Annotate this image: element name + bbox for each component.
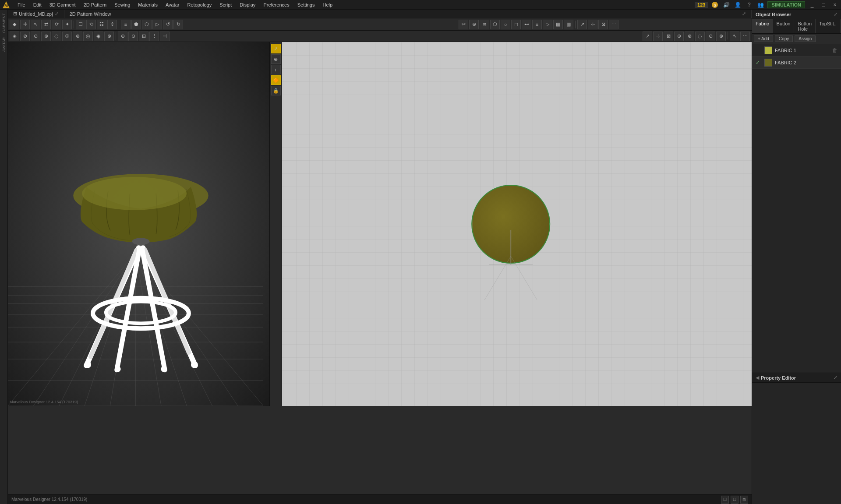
fabric-item-1[interactable]: ✓ FABRIC 1 🗑: [752, 44, 841, 56]
tool-2d-color[interactable]: 🔶: [271, 75, 281, 85]
tool2-1[interactable]: ◈: [10, 32, 19, 41]
tool-transform[interactable]: ⇄: [41, 20, 51, 29]
tool-2d-2[interactable]: ⊕: [469, 20, 479, 29]
tool-2d-5[interactable]: ○: [501, 20, 510, 29]
tool-rotate[interactable]: ⟳: [52, 20, 61, 29]
viewport-2d[interactable]: ↗ ⊕ i 🔶 🔒: [270, 42, 752, 406]
menu-help[interactable]: Help: [319, 1, 336, 8]
tool2d2-4[interactable]: ⊕: [674, 32, 684, 41]
window-minimize[interactable]: _: [808, 0, 816, 9]
status-icon-1[interactable]: ☐: [721, 496, 729, 504]
viewport-2d-expand[interactable]: ⤢: [742, 11, 746, 17]
menu-preferences[interactable]: Preferences: [260, 1, 293, 8]
status-icon-2[interactable]: ☐: [731, 496, 739, 504]
tool2-9[interactable]: ◉: [94, 32, 103, 41]
community-icon[interactable]: 👥: [756, 0, 765, 9]
fabric-1-delete[interactable]: 🗑: [832, 47, 837, 53]
tool2d2-10[interactable]: ⋯: [740, 32, 750, 41]
tool-2d-select[interactable]: ↗: [271, 44, 281, 53]
tool-rect[interactable]: ☐: [76, 20, 85, 29]
tool-pin[interactable]: ✦: [62, 20, 72, 29]
menu-materials[interactable]: Materials: [134, 1, 161, 8]
tool-2d-4[interactable]: ⬡: [490, 20, 500, 29]
tool-brush[interactable]: ⟲: [86, 20, 96, 29]
menu-edit[interactable]: Edit: [30, 1, 45, 8]
menu-3dgarment[interactable]: 3D Garment: [46, 1, 79, 8]
menu-sewing[interactable]: Sewing: [111, 1, 134, 8]
tool-resize[interactable]: ⇕: [107, 20, 117, 29]
tool2-13[interactable]: ⊞: [139, 32, 148, 41]
tool2-14[interactable]: ⋮: [149, 32, 159, 41]
tool2-4[interactable]: ⊚: [41, 32, 51, 41]
menu-2dpattern[interactable]: 2D Pattern: [80, 1, 110, 8]
tool-add[interactable]: ✛: [20, 20, 30, 29]
tool2-12[interactable]: ⊖: [128, 32, 138, 41]
copy-button[interactable]: Copy: [775, 35, 793, 42]
fabric-item-2[interactable]: ✓ FABRIC 2: [752, 56, 841, 69]
window-close[interactable]: ×: [830, 0, 839, 9]
property-editor-expand[interactable]: ⤢: [834, 375, 837, 381]
tool2-7[interactable]: ⊛: [73, 32, 82, 41]
volume-icon[interactable]: 🔊: [722, 0, 731, 9]
tool-undo[interactable]: ↺: [163, 20, 173, 29]
tool-sim1[interactable]: ≡: [121, 20, 131, 29]
help-icon[interactable]: ?: [745, 0, 753, 9]
tool2-6[interactable]: ⦾: [62, 32, 72, 41]
tool2d2-9[interactable]: ↖: [730, 32, 739, 41]
menu-retopology[interactable]: Retopology: [184, 1, 216, 8]
tool-2d-10[interactable]: ▦: [553, 20, 563, 29]
menu-settings[interactable]: Settings: [294, 1, 318, 8]
property-editor-collapse[interactable]: ◀: [756, 375, 759, 381]
menu-avatar[interactable]: Avatar: [162, 1, 183, 8]
window-maximize[interactable]: □: [819, 0, 828, 9]
tool2-2[interactable]: ⊘: [20, 32, 30, 41]
tab-button[interactable]: Button: [773, 19, 795, 33]
tool2-15[interactable]: ⊣: [160, 32, 170, 41]
status-icon-3[interactable]: ⊞: [740, 496, 748, 504]
tool-2d-13[interactable]: ⊹: [588, 20, 597, 29]
tool-2d-7[interactable]: ⊷: [522, 20, 531, 29]
menu-file[interactable]: File: [14, 1, 29, 8]
tool-2d-1[interactable]: ✂: [459, 20, 468, 29]
tool-select[interactable]: ◆: [10, 20, 19, 29]
user-icon[interactable]: 👤: [733, 0, 742, 9]
tool-2d-11[interactable]: ▥: [564, 20, 573, 29]
tool2d2-6[interactable]: ◌: [695, 32, 705, 41]
tab-buttonhole[interactable]: Button Hole: [794, 19, 816, 33]
tool2-3[interactable]: ⊙: [31, 32, 40, 41]
tab-fabric[interactable]: Fabric: [752, 19, 773, 33]
tool-2d-8[interactable]: ≡: [532, 20, 542, 29]
tab-topstitch[interactable]: TopStit..: [816, 19, 841, 33]
tool-2d-14[interactable]: ⊠: [598, 20, 608, 29]
tool-2d-15[interactable]: ⋯: [609, 20, 618, 29]
viewport-3d-expand[interactable]: ⤢: [55, 11, 59, 17]
tool-2d-info[interactable]: i: [271, 65, 281, 74]
menu-display[interactable]: Display: [236, 1, 259, 8]
menu-script[interactable]: Script: [216, 1, 235, 8]
tool-sim2[interactable]: ⬟: [131, 20, 141, 29]
tool-2d-12[interactable]: ↗: [577, 20, 587, 29]
tool2-10[interactable]: ⊗: [104, 32, 114, 41]
tool-grid[interactable]: ☷: [97, 20, 106, 29]
add-button[interactable]: + Add: [754, 35, 773, 42]
tool2-11[interactable]: ⊕: [118, 32, 127, 41]
tool2d2-8[interactable]: ⊚: [716, 32, 726, 41]
simulation-button[interactable]: SIMULATION: [767, 1, 805, 8]
tool-2d-3[interactable]: ≋: [480, 20, 489, 29]
tool2-5[interactable]: ◌: [52, 32, 61, 41]
tool-sim3[interactable]: ⬡: [142, 20, 152, 29]
tool2d2-2[interactable]: ⊹: [653, 32, 663, 41]
tool-2d-9[interactable]: ▷: [543, 20, 552, 29]
object-browser-expand[interactable]: ⤢: [834, 11, 837, 17]
tool-2d-lock[interactable]: 🔒: [271, 86, 281, 95]
tool-redo[interactable]: ↻: [173, 20, 183, 29]
gold-icon[interactable]: $: [710, 0, 719, 9]
tool2d2-7[interactable]: ⊙: [706, 32, 715, 41]
tool2d2-1[interactable]: ↗: [643, 32, 652, 41]
assign-button[interactable]: Assign: [795, 35, 816, 42]
tool-2d-6[interactable]: ◻: [511, 20, 521, 29]
tool-arrow[interactable]: ↖: [31, 20, 40, 29]
tool2-8[interactable]: ◎: [83, 32, 93, 41]
tool-2d-add-point[interactable]: ⊕: [271, 54, 281, 64]
tool2d2-3[interactable]: ⊠: [664, 32, 673, 41]
